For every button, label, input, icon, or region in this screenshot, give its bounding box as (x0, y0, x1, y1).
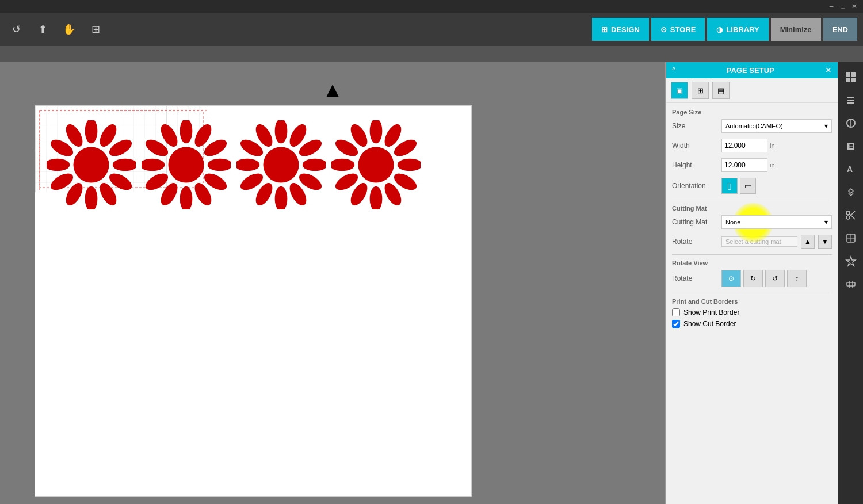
svg-point-29 (169, 147, 204, 183)
rotate-view-label: Rotate (672, 274, 718, 282)
rotate-cw90-btn[interactable]: ↻ (743, 270, 763, 287)
svg-point-36 (275, 186, 288, 209)
panel-collapse-btn[interactable]: ^ (672, 66, 676, 75)
width-label: Width (672, 142, 718, 150)
main-area: ▲ (0, 62, 863, 504)
pan-btn[interactable]: ✋ (59, 19, 79, 40)
sidebar-icon-2[interactable] (841, 90, 861, 110)
maximize-btn[interactable]: □ (839, 2, 847, 10)
panel-tab-view[interactable]: ▤ (712, 82, 730, 99)
orientation-btns: ▯ ▭ (721, 178, 756, 194)
svg-point-16 (74, 147, 109, 183)
orientation-row: Orientation ▯ ▭ (672, 178, 832, 194)
upload-arrow-indicator: ▲ (322, 79, 343, 100)
store-tab[interactable]: ⊙ STORE (651, 18, 705, 41)
close-btn[interactable]: ✕ (850, 2, 858, 10)
divider-1 (672, 200, 832, 200)
cutting-mat-value: None (725, 219, 740, 226)
size-dropdown-arrow: ▾ (824, 122, 828, 130)
undo-icon: ↺ (12, 23, 21, 36)
rotate-0-btn[interactable]: ⊙ (721, 270, 741, 287)
store-icon: ⊙ (660, 25, 667, 34)
height-unit: in (770, 162, 775, 169)
canvas-paper (35, 105, 472, 497)
width-input[interactable]: 12.000 (721, 139, 767, 152)
cutting-mat-section-label: Cutting Mat (672, 205, 832, 212)
upload-btn[interactable]: ⬆ (32, 19, 53, 40)
svg-point-49 (370, 186, 383, 209)
panel-close-btn[interactable]: ✕ (825, 66, 832, 75)
flowers-container (47, 120, 421, 209)
svg-rect-56 (846, 72, 850, 77)
svg-rect-71 (847, 282, 855, 286)
rotate-view-row: Rotate ⊙ ↻ ↺ ↕ (672, 270, 832, 287)
end-tab[interactable]: END (823, 18, 857, 41)
rotate-mat-row: Rotate Select a cutting mat ▲ ▼ (672, 235, 832, 249)
svg-point-26 (142, 159, 165, 171)
secondary-toolbar (0, 46, 863, 62)
svg-rect-57 (851, 72, 856, 77)
svg-point-20 (208, 159, 231, 171)
svg-point-39 (236, 159, 259, 171)
grid-btn[interactable]: ⊞ (85, 19, 106, 40)
sidebar-icon-1[interactable] (841, 67, 861, 87)
show-print-border-label: Show Print Border (683, 308, 739, 316)
divider-2 (672, 254, 832, 255)
panel-tab-page[interactable]: ▣ (671, 82, 688, 99)
flower-1 (47, 120, 136, 209)
sidebar-icon-star[interactable] (841, 251, 861, 272)
design-tab[interactable]: ⊞ DESIGN (592, 18, 649, 41)
svg-point-46 (398, 159, 421, 171)
portrait-btn[interactable]: ▯ (721, 178, 738, 194)
rotate-down-btn[interactable]: ▼ (818, 235, 832, 249)
sidebar-icon-4[interactable] (841, 136, 861, 156)
rotate-placeholder: Select a cutting mat (725, 238, 781, 245)
svg-rect-59 (851, 78, 856, 82)
nav-tabs: ⊞ DESIGN ⊙ STORE ◑ LIBRARY Minimize END (592, 18, 857, 41)
right-sidebar: A (838, 62, 863, 504)
flower-4 (331, 120, 421, 209)
minimize-tab[interactable]: Minimize (771, 18, 821, 41)
library-tab[interactable]: ◑ LIBRARY (707, 18, 768, 41)
end-label: END (833, 25, 848, 34)
library-icon: ◑ (716, 25, 723, 34)
sidebar-icon-scissors[interactable] (841, 205, 861, 226)
sidebar-icon-5[interactable]: A (841, 159, 861, 180)
sidebar-icon-6[interactable] (841, 182, 861, 203)
size-label: Size (672, 122, 718, 130)
sidebar-icon-zoom[interactable] (841, 274, 861, 295)
size-row: Size Automatic (CAMEO) ▾ (672, 119, 832, 133)
canvas-area[interactable]: ▲ (0, 62, 665, 504)
show-print-border-checkbox[interactable] (672, 308, 680, 316)
show-cut-border-checkbox[interactable] (672, 320, 680, 328)
width-unit: in (770, 142, 775, 149)
svg-point-23 (180, 186, 193, 209)
rotate-view-btns: ⊙ ↻ ↺ ↕ (721, 270, 807, 287)
panel-tabs: ▣ ⊞ ▤ (666, 78, 838, 103)
rotate-ccw90-btn[interactable]: ↺ (765, 270, 785, 287)
show-cut-border-label: Show Cut Border (683, 320, 736, 328)
height-input[interactable]: 12.000 (721, 158, 767, 172)
rotate-view-section-label: Rotate View (672, 259, 832, 266)
design-label: DESIGN (611, 25, 640, 34)
undo-btn[interactable]: ↺ (6, 19, 26, 40)
sidebar-icon-3[interactable] (841, 113, 861, 133)
orientation-label: Orientation (672, 182, 718, 190)
rotate-up-btn[interactable]: ▲ (801, 235, 815, 249)
cutting-mat-dropdown-arrow: ▾ (824, 218, 828, 226)
landscape-btn[interactable]: ▭ (740, 178, 756, 194)
cutting-mat-label: Cutting Mat (672, 218, 718, 226)
svg-point-13 (47, 159, 70, 171)
cutting-mat-row: Cutting Mat None ▾ (672, 215, 832, 229)
flower-3 (236, 120, 326, 209)
cutting-mat-dropdown[interactable]: None ▾ (721, 215, 832, 229)
size-dropdown[interactable]: Automatic (CAMEO) ▾ (721, 119, 832, 133)
panel-tab-grid[interactable]: ⊞ (692, 82, 709, 99)
rotate-180-btn[interactable]: ↕ (787, 270, 807, 287)
width-row: Width 12.000 in (672, 139, 832, 152)
svg-point-52 (331, 159, 354, 171)
sidebar-icon-shape[interactable] (841, 228, 861, 249)
pan-icon: ✋ (63, 23, 75, 36)
minimize-label: Minimize (780, 25, 812, 34)
minimize-btn[interactable]: – (827, 2, 835, 10)
